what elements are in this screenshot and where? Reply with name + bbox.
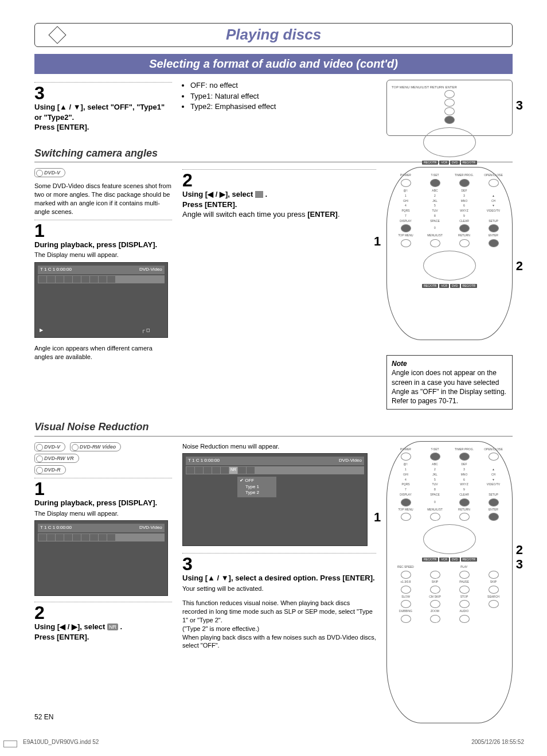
b [401,586,411,594]
txt: Press [ENTER]. [182,200,237,209]
l: OPEN/CLOSE [479,447,507,451]
l: REC SPEED [392,565,420,569]
print-mark: E9A10UD_DVR90VG.indd 52 2005/12/26 18:55… [23,738,524,746]
remote-diagram-mid: POWER T-SET TIMER PROG. OPEN/CLOSE @!:AB… [386,167,513,340]
l: MNO [450,199,478,203]
nr-menu: ✔ OFF Type 1 Type 2 [237,477,276,497]
b [489,224,499,232]
l: 7 [392,488,420,492]
l: SPACE [421,219,449,223]
l: STOP [450,595,478,599]
rule [34,602,172,602]
osd-display: T 1 C 1 0:00:00DVD-Video ▶ ┌ ◻ [34,262,168,338]
osd-icon-row [38,275,165,283]
step-number: 2 [182,171,376,189]
l: CLEAR [450,219,478,223]
keypad: @!:ABCDEF 123▲ GHIJKLMNOCH 456▼ PQRSTUVW… [392,462,507,521]
l: JKL [421,473,449,477]
vnr-s1a: During playback, press [DISPLAY]. [34,498,157,507]
l: SETUP [479,493,507,497]
l: 2 [421,467,449,471]
txt: . [263,190,267,198]
b [459,571,470,579]
l: 8 [421,488,449,492]
lbl: ENTER [445,85,456,89]
keypad: @!:ABCDEF 123▲ GHIJKLMNOCH 456▼ PQRSTUVW… [392,189,507,247]
l: REC/OTR [461,284,478,288]
note-body: Angle icon does not appear on the screen… [392,369,506,405]
remote-row: POWER T-SET TIMER PROG. OPEN/CLOSE [392,173,507,187]
dpad-icon [423,251,476,280]
b [459,498,470,506]
chapter-title: Playing discs [226,25,321,45]
l: WXYZ [450,482,478,486]
l: GHI [392,473,420,477]
step-number: 3 [182,555,376,573]
l: VIDEO/TV [479,482,507,486]
remote-diagram-top: TOP MENU MENU/LIST RETURN ENTER REC/OTR … [386,80,513,136]
b: DVD-V [34,442,65,451]
l: DISPLAY [392,219,420,223]
play-icon: ▶ [40,328,43,334]
b [489,513,499,521]
nr-t1: Type 1 [240,484,274,490]
l: 5 [421,478,449,482]
s: T 1 C 1 0:00:00 [188,458,220,464]
nr-icon: NR [107,623,118,630]
chapter-tab: Playing discs [34,23,513,50]
l: 3 [450,467,478,471]
b [401,571,411,579]
effect-type1: Type1: Natural effect [190,91,376,102]
b [489,600,499,608]
b [459,179,470,187]
l: TOP MENU [392,508,420,512]
row-vnr: DVD-V DVD-RW Video DVD-RW VR DVD-R 1 Dur… [34,441,513,723]
step-number: 2 [34,603,172,622]
l: DVD [450,558,460,562]
callout-3: 3 [516,97,523,114]
vcr-dvd-row: REC/OTR VCR DVD REC/OTR [392,161,507,165]
l: CLEAR [450,493,478,497]
t: Using [◀ / ▶], select [34,622,107,631]
osd-type: DVD-Video [139,525,162,531]
vcr-row: REC/OTRVCRDVDREC/OTR [392,558,507,562]
b [489,453,499,461]
effect-type2: Type2: Emphasised effect [190,102,376,112]
page-number: 52 EN [34,712,53,722]
l: SLOW [392,595,420,599]
effect-off: OFF: no effect [190,80,376,91]
callout-1: 1 [374,509,381,526]
lbl: POWER [392,173,420,177]
l: @!: [392,189,420,193]
b: DVD-RW Video [70,442,122,451]
section-banner: Selecting a format of audio and video (c… [34,54,513,74]
tab-notch-icon [48,26,66,44]
rule [34,82,172,83]
angle-caption: Angle icon appears when different camera… [34,344,172,361]
b [401,513,411,521]
l: REC/OTR [461,558,478,562]
l: 9 [450,488,478,492]
l: WXYZ [450,209,478,213]
row-step3: 3 Using [▲ / ▼], select "OFF", "Type1" o… [34,80,513,136]
angle-marker-icon: ┌ ◻ [142,328,150,334]
rule [34,478,172,478]
l: MENU/LIST [421,508,449,512]
osd-status: T 1 C 1 0:00:00 [40,267,72,273]
l: 9 [450,214,478,218]
b [430,179,440,187]
callout-2: 2 [516,258,523,275]
l: JKL [421,199,449,203]
b [401,224,411,232]
b: DVD-RW VR [34,454,79,463]
b [430,600,440,608]
disc-badges: DVD-V DVD-RW Video DVD-RW VR DVD-R [34,441,172,476]
l: RETURN [450,508,478,512]
dpad-icon [423,127,476,157]
l: ▼ [479,204,507,208]
s: DVD-Video [339,458,362,464]
l: PQRS [392,482,420,486]
r: POWERT-SETTIMER PROG.OPEN/CLOSE [392,447,507,461]
lbl: REC/OTR [461,161,478,165]
step-number: 1 [34,221,172,240]
